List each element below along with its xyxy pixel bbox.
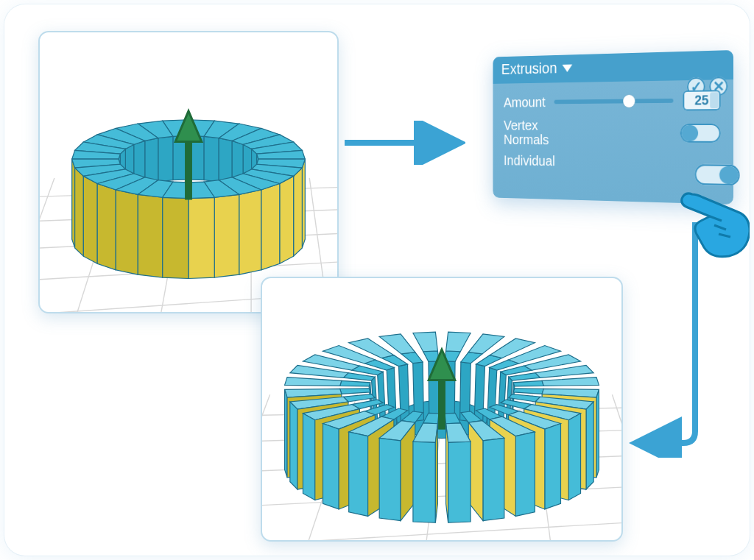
svg-marker-44	[97, 184, 116, 270]
toggle-knob	[682, 125, 699, 141]
svg-marker-99	[542, 378, 599, 386]
amount-row: Amount 25	[504, 90, 721, 112]
svg-marker-149	[379, 438, 401, 520]
svg-marker-36	[75, 168, 84, 256]
dropdown-triangle-icon	[562, 64, 572, 72]
svg-marker-103	[513, 389, 543, 394]
amount-value-stepper[interactable]: 25	[683, 90, 720, 110]
svg-marker-4	[204, 136, 219, 182]
flow-arrow-1-icon	[340, 121, 465, 165]
viewport-after-scene	[262, 278, 621, 540]
individual-row: Individual	[504, 154, 721, 171]
viewport-after	[261, 277, 623, 542]
svg-marker-38	[280, 176, 294, 263]
diagram-canvas: Extrusion ✓ ✕ Amount 25 Vertex Norm	[4, 4, 750, 556]
svg-marker-29	[302, 159, 305, 248]
svg-marker-154	[446, 424, 448, 522]
svg-marker-101	[340, 380, 370, 386]
svg-marker-40	[83, 176, 97, 263]
svg-marker-113	[586, 402, 593, 489]
svg-marker-141	[349, 432, 368, 517]
vertex-normals-row: Vertex Normals	[504, 118, 721, 149]
svg-marker-42	[261, 184, 280, 270]
svg-marker-98	[513, 380, 543, 386]
vertex-normals-toggle[interactable]	[680, 124, 721, 143]
svg-marker-107	[340, 389, 370, 394]
svg-marker-133	[323, 424, 339, 509]
svg-marker-121	[568, 414, 580, 500]
svg-marker-32	[72, 159, 75, 248]
svg-marker-153	[448, 442, 471, 522]
vertex-normals-label: Vertex Normals	[504, 118, 549, 147]
svg-marker-66	[446, 332, 471, 351]
amount-label: Amount	[504, 95, 546, 110]
svg-marker-117	[290, 402, 297, 489]
panel-title: Extrusion	[501, 60, 557, 79]
svg-marker-129	[545, 424, 561, 509]
viewport-before	[38, 31, 339, 313]
slider-thumb[interactable]	[623, 95, 635, 107]
viewport-before-scene	[40, 32, 337, 312]
svg-marker-54	[188, 197, 214, 278]
svg-marker-46	[239, 190, 261, 274]
amount-slider[interactable]	[554, 99, 674, 104]
svg-marker-52	[138, 194, 162, 277]
svg-marker-145	[483, 438, 504, 520]
toggle-knob	[719, 166, 739, 185]
individual-label: Individual	[504, 154, 555, 169]
svg-marker-48	[116, 190, 138, 274]
svg-marker-158	[435, 424, 437, 522]
svg-marker-63	[413, 332, 437, 351]
svg-marker-56	[163, 197, 188, 278]
svg-marker-125	[303, 414, 314, 500]
svg-marker-157	[413, 442, 435, 522]
svg-marker-6	[158, 136, 173, 182]
svg-marker-34	[294, 168, 303, 256]
flow-arrow-2-icon	[629, 222, 725, 458]
individual-toggle[interactable]	[695, 164, 740, 186]
svg-marker-102	[285, 378, 342, 386]
amount-value: 25	[694, 93, 708, 108]
extrusion-panel: Extrusion ✓ ✕ Amount 25 Vertex Norm	[493, 50, 733, 205]
svg-marker-50	[214, 194, 239, 277]
svg-marker-137	[515, 432, 535, 517]
